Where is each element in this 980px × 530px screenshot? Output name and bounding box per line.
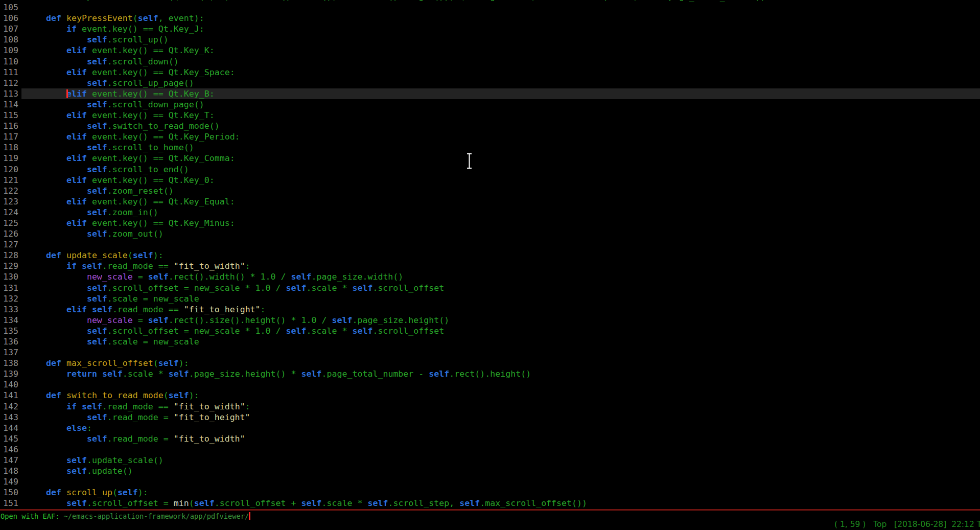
code-line-119[interactable]: 119 elif event.key() == Qt.Key_Comma: bbox=[0, 153, 980, 164]
line-number: 119 bbox=[0, 153, 18, 164]
code-line-140[interactable]: 140 bbox=[0, 379, 980, 390]
line-number: 131 bbox=[0, 283, 18, 293]
code-editor-buffer[interactable]: 104 painter.drawText(QRect(0, 0, self.re… bbox=[0, 0, 980, 509]
code-line-110[interactable]: 110 self.scroll_down() bbox=[0, 56, 980, 67]
code-line-105[interactable]: 105 bbox=[0, 2, 980, 13]
code-line-text: self.update() bbox=[26, 466, 133, 476]
code-line-text: if event.key() == Qt.Key_J: bbox=[26, 24, 204, 34]
line-number: 149 bbox=[0, 476, 18, 487]
minibuffer-cursor bbox=[249, 512, 250, 520]
minibuffer-input[interactable]: ~/emacs-application-framework/app/pdfvie… bbox=[64, 512, 249, 520]
line-number: 140 bbox=[0, 379, 18, 390]
code-line-text: self.scroll_down() bbox=[26, 56, 179, 67]
line-number: 141 bbox=[0, 390, 18, 401]
line-number: 111 bbox=[0, 67, 18, 78]
code-line-text: elif event.key() == Qt.Key_Minus: bbox=[26, 218, 235, 228]
code-line-text: elif self.read_mode == "fit_to_height": bbox=[26, 304, 266, 315]
code-line-127[interactable]: 127 bbox=[0, 239, 980, 250]
code-line-150[interactable]: 150 def scroll_up(self): bbox=[0, 487, 980, 498]
line-number: 116 bbox=[0, 121, 18, 131]
code-line-text: elif event.key() == Qt.Key_Comma: bbox=[26, 153, 235, 164]
line-number: 105 bbox=[0, 2, 18, 13]
code-line-text: self.scale = new_scale bbox=[26, 293, 199, 304]
code-line-text: self.read_mode = "fit_to_height" bbox=[26, 412, 250, 423]
code-line-130[interactable]: 130 new_scale = self.rect().width() * 1.… bbox=[0, 271, 980, 282]
line-number: 134 bbox=[0, 315, 18, 326]
line-number: 132 bbox=[0, 293, 18, 304]
line-number: 118 bbox=[0, 142, 18, 153]
line-number: 113 bbox=[0, 88, 18, 99]
code-line-111[interactable]: 111 elif event.key() == Qt.Key_Space: bbox=[0, 67, 980, 78]
code-line-131[interactable]: 131 self.scroll_offset = new_scale * 1.0… bbox=[0, 283, 980, 293]
code-line-139[interactable]: 139 return self.scale * self.page_size.h… bbox=[0, 368, 980, 379]
code-line-148[interactable]: 148 self.update() bbox=[0, 466, 980, 476]
code-line-text: def switch_to_read_mode(self): bbox=[26, 390, 199, 401]
line-number: 135 bbox=[0, 326, 18, 336]
code-line-137[interactable]: 137 bbox=[0, 347, 980, 358]
code-line-107[interactable]: 107 if event.key() == Qt.Key_J: bbox=[0, 24, 980, 34]
line-number: 142 bbox=[0, 401, 18, 412]
code-line-128[interactable]: 128 def update_scale(self): bbox=[0, 250, 980, 261]
code-line-132[interactable]: 132 self.scale = new_scale bbox=[0, 293, 980, 304]
line-number: 130 bbox=[0, 271, 18, 282]
line-number: 139 bbox=[0, 368, 18, 379]
emacs-window: 104 painter.drawText(QRect(0, 0, self.re… bbox=[0, 0, 980, 530]
code-line-109[interactable]: 109 elif event.key() == Qt.Key_K: bbox=[0, 45, 980, 56]
line-number: 136 bbox=[0, 336, 18, 347]
code-line-149[interactable]: 149 bbox=[0, 476, 980, 487]
code-line-136[interactable]: 136 self.scale = new_scale bbox=[0, 336, 980, 347]
code-line-text: self.scroll_down_page() bbox=[26, 99, 204, 110]
code-line-118[interactable]: 118 self.scroll_to_home() bbox=[0, 142, 980, 153]
line-number: 147 bbox=[0, 455, 18, 466]
line-number: 129 bbox=[0, 261, 18, 271]
line-number: 151 bbox=[0, 498, 18, 509]
line-number: 112 bbox=[0, 78, 18, 88]
code-line-134[interactable]: 134 new_scale = self.rect().size().heigh… bbox=[0, 315, 980, 326]
code-line-text: self.scale = new_scale bbox=[26, 336, 199, 347]
code-line-text: self.scroll_to_end() bbox=[26, 164, 189, 175]
line-number: 106 bbox=[0, 13, 18, 24]
code-line-151[interactable]: 151 self.scroll_offset = min(self.scroll… bbox=[0, 498, 980, 509]
code-line-text: elif event.key() == Qt.Key_B: bbox=[26, 88, 215, 99]
code-line-138[interactable]: 138 def max_scroll_offset(self): bbox=[0, 358, 980, 368]
line-number: 138 bbox=[0, 358, 18, 368]
code-line-145[interactable]: 145 self.read_mode = "fit_to_width" bbox=[0, 433, 980, 444]
code-line-text: def max_scroll_offset(self): bbox=[26, 358, 189, 368]
code-line-144[interactable]: 144 else: bbox=[0, 423, 980, 433]
code-line-116[interactable]: 116 self.switch_to_read_mode() bbox=[0, 121, 980, 131]
code-line-115[interactable]: 115 elif event.key() == Qt.Key_T: bbox=[0, 110, 980, 121]
code-line-114[interactable]: 114 self.scroll_down_page() bbox=[0, 99, 980, 110]
code-line-text: def scroll_up(self): bbox=[26, 487, 148, 498]
code-line-146[interactable]: 146 bbox=[0, 444, 980, 455]
code-line-text: self.scroll_offset = new_scale * 1.0 / s… bbox=[26, 326, 444, 336]
code-line-124[interactable]: 124 self.zoom_in() bbox=[0, 207, 980, 218]
minibuffer[interactable]: Open with EAF: ~/emacs-application-frame… bbox=[1, 511, 250, 522]
code-line-text: self.scroll_offset = min(self.scroll_off… bbox=[26, 498, 587, 509]
line-number: 128 bbox=[0, 250, 18, 261]
code-line-126[interactable]: 126 self.zoom_out() bbox=[0, 228, 980, 239]
line-number: 109 bbox=[0, 45, 18, 56]
line-number: 124 bbox=[0, 207, 18, 218]
code-line-141[interactable]: 141 def switch_to_read_mode(self): bbox=[0, 390, 980, 401]
code-line-113[interactable]: 113 elif event.key() == Qt.Key_B: bbox=[0, 88, 980, 99]
code-line-112[interactable]: 112 self.scroll_up_page() bbox=[0, 78, 980, 88]
code-line-text: self.scroll_to_home() bbox=[26, 142, 194, 153]
code-line-106[interactable]: 106 def keyPressEvent(self, event): bbox=[0, 13, 980, 24]
code-line-122[interactable]: 122 self.zoom_reset() bbox=[0, 186, 980, 196]
code-line-120[interactable]: 120 self.scroll_to_end() bbox=[0, 164, 980, 175]
code-line-108[interactable]: 108 self.scroll_up() bbox=[0, 34, 980, 45]
code-line-143[interactable]: 143 self.read_mode = "fit_to_height" bbox=[0, 412, 980, 423]
line-number: 120 bbox=[0, 164, 18, 175]
line-number: 145 bbox=[0, 433, 18, 444]
code-line-133[interactable]: 133 elif self.read_mode == "fit_to_heigh… bbox=[0, 304, 980, 315]
code-line-147[interactable]: 147 self.update_scale() bbox=[0, 455, 980, 466]
code-line-125[interactable]: 125 elif event.key() == Qt.Key_Minus: bbox=[0, 218, 980, 228]
code-line-142[interactable]: 142 if self.read_mode == "fit_to_width": bbox=[0, 401, 980, 412]
code-line-123[interactable]: 123 elif event.key() == Qt.Key_Equal: bbox=[0, 196, 980, 207]
code-line-129[interactable]: 129 if self.read_mode == "fit_to_width": bbox=[0, 261, 980, 271]
code-line-117[interactable]: 117 elif event.key() == Qt.Key_Period: bbox=[0, 131, 980, 142]
code-line-135[interactable]: 135 self.scroll_offset = new_scale * 1.0… bbox=[0, 326, 980, 336]
code-line-text: elif event.key() == Qt.Key_T: bbox=[26, 110, 215, 121]
code-line-121[interactable]: 121 elif event.key() == Qt.Key_0: bbox=[0, 175, 980, 186]
status-position-datetime: ( 1, 59 ) Top [2018-06-28] 22:12 Thursda… bbox=[834, 519, 980, 529]
